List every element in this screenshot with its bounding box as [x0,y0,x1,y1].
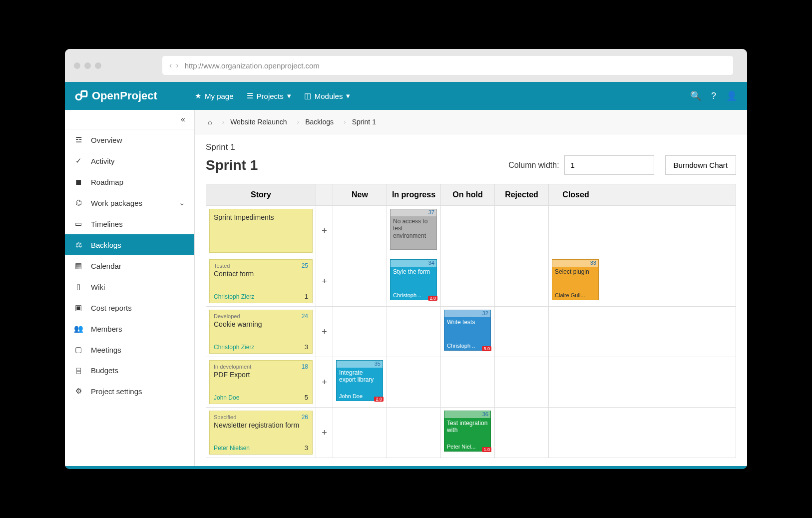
story-status: Tested [214,263,308,269]
sidebar-item-work-packages[interactable]: ⌬Work packages⌄ [65,192,194,213]
task-card[interactable]: 32Write testsChristoph ..5.0 [444,310,491,351]
sidebar-item-roadmap[interactable]: ◼Roadmap [65,171,194,192]
story-card[interactable]: Developed24Cookie warningChristoph Zierz… [209,310,313,354]
home-icon[interactable]: ⌂ [203,116,221,128]
add-task-button[interactable]: + [316,408,333,458]
sidebar-item-members[interactable]: 👥Members [65,318,194,339]
task-head: 36 [444,411,490,418]
state-cell-in_progress[interactable] [387,408,441,458]
sidebar-item-label: Project settings [91,387,142,396]
state-cell-in_progress[interactable] [387,357,441,407]
task-assignee: Christoph .. [447,343,475,349]
state-cell-rejected[interactable] [495,256,549,306]
state-cell-rejected[interactable] [495,206,549,256]
nav-projects[interactable]: ☰ Projects ▾ [247,91,291,100]
task-card[interactable]: 35Integrate export libraryJohn Doe2.0 [336,360,383,401]
state-cell-rejected[interactable] [495,307,549,357]
cube-icon: ◫ [304,91,311,100]
breadcrumb-module[interactable]: Backlogs [300,116,343,128]
task-board: Story New In progress On hold Rejected C… [206,184,736,458]
breadcrumb-sep: › [344,118,346,126]
state-cell-in_progress[interactable]: 34Style the formChristoph ..2.0 [387,256,441,306]
back-icon[interactable]: ‹ [169,61,172,70]
chat-icon: ▢ [74,345,83,354]
forward-icon[interactable]: › [176,61,178,70]
state-cell-rejected[interactable] [495,408,549,458]
sidebar-item-meetings[interactable]: ▢Meetings [65,339,194,360]
sidebar-item-project-settings[interactable]: ⚙Project settings [65,381,194,402]
url-bar[interactable]: ‹ › [162,56,733,75]
search-icon[interactable]: 🔍 [690,90,701,101]
state-cell-in_progress[interactable]: 37No access to test environment [387,206,441,256]
state-cell-new[interactable]: 35Integrate export libraryJohn Doe2.0 [333,357,387,407]
task-title: Test integration with [444,418,490,436]
state-cell-closed[interactable] [549,408,603,458]
top-bar: OpenProject ★ My page ☰ Projects ▾ ◫ Mod… [65,82,747,110]
story-card[interactable]: Specified26Newsletter registration formP… [209,411,313,455]
burndown-chart-button[interactable]: Burndown Chart [665,155,736,175]
help-icon[interactable]: ? [711,91,716,101]
task-card[interactable]: 37No access to test environment [390,209,437,250]
dot-min[interactable] [84,62,91,69]
sidebar-item-timelines[interactable]: ▭Timelines [65,213,194,234]
list-icon: ☲ [74,135,83,144]
add-task-button[interactable]: + [316,307,333,357]
task-title: Select plugin [552,267,598,277]
dot-max[interactable] [95,62,101,69]
star-icon: ★ [195,91,201,100]
sidebar-item-activity[interactable]: ✓Activity [65,150,194,171]
top-nav-right: 🔍 ? 👤 [690,90,747,101]
nav-modules[interactable]: ◫ Modules ▾ [304,91,351,100]
sidebar-item-overview[interactable]: ☲Overview [65,129,194,150]
state-cell-new[interactable] [333,307,387,357]
chevron-down-icon[interactable]: ⌄ [179,198,185,207]
sidebar-collapse[interactable]: « [65,110,194,129]
breadcrumb-project[interactable]: Website Relaunch [225,116,296,128]
add-task-button[interactable]: + [316,206,333,256]
add-task-button[interactable]: + [316,357,333,407]
task-card[interactable]: 36Test integration withPeter Niel...1.0 [444,411,491,452]
state-cell-closed[interactable] [549,357,603,407]
state-cell-closed[interactable]: 33Select pluginClaire Guli... [549,256,603,306]
tag-icon: ◼ [74,177,83,186]
story-card[interactable]: Tested25Contact formChristoph Zierz1 [209,259,313,303]
state-cell-new[interactable] [333,206,387,256]
column-width-input[interactable] [564,155,654,175]
breadcrumb-page[interactable]: Sprint 1 [347,116,385,128]
state-cell-rejected[interactable] [495,357,549,407]
story-card[interactable]: In development18PDF ExportJohn Doe5 [209,360,313,404]
main-content: ⌂ › Website Relaunch › Backlogs › Sprint… [195,110,747,466]
sidebar-item-label: Meetings [91,346,121,354]
sidebar-item-backlogs[interactable]: ⚖Backlogs [65,234,194,255]
sidebar-item-cost-reports[interactable]: ▣Cost reports [65,297,194,318]
task-card[interactable]: 34Style the formChristoph ..2.0 [390,259,437,300]
task-id: 35 [375,361,381,367]
task-card[interactable]: 33Select pluginClaire Guli... [552,259,599,300]
story-card[interactable]: Sprint Impediments [209,209,313,253]
logo[interactable]: OpenProject [65,89,195,102]
state-cell-closed[interactable] [549,307,603,357]
nav-my-page[interactable]: ★ My page [195,91,234,100]
state-cell-on_hold[interactable] [441,206,495,256]
task-title: Write tests [444,317,490,327]
dot-close[interactable] [74,62,80,69]
add-task-button[interactable]: + [316,256,333,306]
state-cell-on_hold[interactable]: 36Test integration withPeter Niel...1.0 [441,408,495,458]
state-cell-on_hold[interactable] [441,357,495,407]
state-cell-new[interactable] [333,408,387,458]
url-input[interactable] [185,61,726,70]
state-cell-new[interactable] [333,256,387,306]
state-cell-on_hold[interactable] [441,256,495,306]
sidebar-item-calendar[interactable]: ▦Calendar [65,255,194,276]
task-id: 33 [590,260,596,266]
state-cell-closed[interactable] [549,206,603,256]
browser-chrome: ‹ › [65,49,747,82]
task-id: 36 [482,411,488,417]
sidebar-item-wiki[interactable]: ▯Wiki [65,276,194,297]
story-assignee: John Doe [214,394,239,401]
state-cell-in_progress[interactable] [387,307,441,357]
user-icon[interactable]: 👤 [726,90,737,101]
state-cell-on_hold[interactable]: 32Write testsChristoph ..5.0 [441,307,495,357]
sidebar-item-budgets[interactable]: ⌸Budgets [65,360,194,381]
sidebar-item-label: Timelines [91,220,123,228]
